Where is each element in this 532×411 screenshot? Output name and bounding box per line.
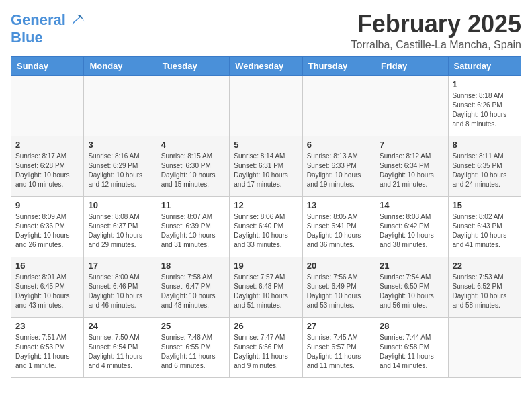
week-row-3: 9Sunrise: 8:09 AM Sunset: 6:36 PM Daylig… [11,196,521,257]
calendar-cell: 6Sunrise: 8:13 AM Sunset: 6:33 PM Daylig… [302,136,375,196]
day-number: 24 [88,321,152,331]
calendar-cell [448,317,521,377]
logo-text-blue: Blue [11,30,86,46]
calendar-cell: 13Sunrise: 8:05 AM Sunset: 6:41 PM Dayli… [302,196,375,257]
day-number: 9 [15,200,79,210]
day-info: Sunrise: 7:58 AM Sunset: 6:47 PM Dayligh… [161,273,225,310]
calendar-table: SundayMondayTuesdayWednesdayThursdayFrid… [11,56,521,378]
calendar-cell: 21Sunrise: 7:54 AM Sunset: 6:50 PM Dayli… [375,257,448,317]
day-info: Sunrise: 8:09 AM Sunset: 6:36 PM Dayligh… [15,212,79,250]
calendar-cell: 17Sunrise: 8:00 AM Sunset: 6:46 PM Dayli… [84,257,157,317]
day-number: 26 [234,321,298,331]
day-number: 12 [234,200,298,210]
calendar-cell: 19Sunrise: 7:57 AM Sunset: 6:48 PM Dayli… [230,257,302,317]
day-info: Sunrise: 8:15 AM Sunset: 6:30 PM Dayligh… [161,152,225,189]
day-info: Sunrise: 8:14 AM Sunset: 6:31 PM Dayligh… [234,152,298,189]
month-title: February 2025 [351,11,521,38]
calendar-cell: 10Sunrise: 8:08 AM Sunset: 6:37 PM Dayli… [84,196,157,257]
day-info: Sunrise: 7:54 AM Sunset: 6:50 PM Dayligh… [380,273,443,310]
day-info: Sunrise: 8:18 AM Sunset: 6:26 PM Dayligh… [453,91,517,129]
day-info: Sunrise: 8:08 AM Sunset: 6:37 PM Dayligh… [88,212,152,250]
day-number: 8 [453,140,517,150]
calendar-cell [157,75,229,136]
day-number: 13 [307,200,371,210]
day-info: Sunrise: 8:02 AM Sunset: 6:43 PM Dayligh… [453,212,517,250]
title-block: February 2025 Torralba, Castille-La Manc… [351,11,521,51]
calendar-cell: 18Sunrise: 7:58 AM Sunset: 6:47 PM Dayli… [157,257,229,317]
day-info: Sunrise: 7:48 AM Sunset: 6:55 PM Dayligh… [161,333,225,371]
logo-text: General [11,12,66,28]
calendar-cell: 26Sunrise: 7:47 AM Sunset: 6:56 PM Dayli… [230,317,302,377]
day-number: 17 [88,261,152,271]
day-info: Sunrise: 8:16 AM Sunset: 6:29 PM Dayligh… [88,152,152,189]
location-title: Torralba, Castille-La Mancha, Spain [351,39,521,51]
weekday-header-sunday: Sunday [11,56,84,75]
weekday-header-thursday: Thursday [302,56,375,75]
header: General Blue February 2025 Torralba, Cas… [11,11,521,51]
calendar-cell: 16Sunrise: 8:01 AM Sunset: 6:45 PM Dayli… [11,257,84,317]
week-row-1: 1Sunrise: 8:18 AM Sunset: 6:26 PM Daylig… [11,75,521,136]
day-info: Sunrise: 7:50 AM Sunset: 6:54 PM Dayligh… [88,333,152,371]
calendar-cell: 3Sunrise: 8:16 AM Sunset: 6:29 PM Daylig… [84,136,157,196]
day-number: 1 [453,79,517,89]
day-number: 28 [380,321,443,331]
day-info: Sunrise: 7:53 AM Sunset: 6:52 PM Dayligh… [453,273,517,310]
calendar-cell: 28Sunrise: 7:44 AM Sunset: 6:58 PM Dayli… [375,317,448,377]
logo: General Blue [11,11,86,46]
week-row-2: 2Sunrise: 8:17 AM Sunset: 6:28 PM Daylig… [11,136,521,196]
calendar-cell: 27Sunrise: 7:45 AM Sunset: 6:57 PM Dayli… [302,317,375,377]
day-info: Sunrise: 8:00 AM Sunset: 6:46 PM Dayligh… [88,273,152,310]
day-number: 5 [234,140,298,150]
weekday-header-row: SundayMondayTuesdayWednesdayThursdayFrid… [11,56,521,75]
day-number: 15 [453,200,517,210]
calendar-cell: 15Sunrise: 8:02 AM Sunset: 6:43 PM Dayli… [448,196,521,257]
calendar-cell [302,75,375,136]
calendar-cell: 23Sunrise: 7:51 AM Sunset: 6:53 PM Dayli… [11,317,84,377]
weekday-header-tuesday: Tuesday [157,56,229,75]
day-number: 4 [161,140,225,150]
day-number: 11 [161,200,225,210]
calendar-cell [375,75,448,136]
day-number: 6 [307,140,371,150]
day-info: Sunrise: 8:03 AM Sunset: 6:42 PM Dayligh… [380,212,443,250]
day-info: Sunrise: 8:11 AM Sunset: 6:35 PM Dayligh… [453,152,517,189]
calendar-cell: 22Sunrise: 7:53 AM Sunset: 6:52 PM Dayli… [448,257,521,317]
day-info: Sunrise: 7:47 AM Sunset: 6:56 PM Dayligh… [234,333,298,371]
day-info: Sunrise: 8:06 AM Sunset: 6:40 PM Dayligh… [234,212,298,250]
calendar-cell: 25Sunrise: 7:48 AM Sunset: 6:55 PM Dayli… [157,317,229,377]
weekday-header-friday: Friday [375,56,448,75]
calendar-cell [84,75,157,136]
calendar-cell: 1Sunrise: 8:18 AM Sunset: 6:26 PM Daylig… [448,75,521,136]
calendar-cell: 14Sunrise: 8:03 AM Sunset: 6:42 PM Dayli… [375,196,448,257]
calendar-cell: 24Sunrise: 7:50 AM Sunset: 6:54 PM Dayli… [84,317,157,377]
day-info: Sunrise: 8:07 AM Sunset: 6:39 PM Dayligh… [161,212,225,250]
day-number: 19 [234,261,298,271]
week-row-5: 23Sunrise: 7:51 AM Sunset: 6:53 PM Dayli… [11,317,521,377]
day-number: 7 [380,140,443,150]
day-info: Sunrise: 8:05 AM Sunset: 6:41 PM Dayligh… [307,212,371,250]
day-number: 21 [380,261,443,271]
day-number: 2 [15,140,79,150]
day-info: Sunrise: 8:12 AM Sunset: 6:34 PM Dayligh… [380,152,443,189]
calendar-cell: 5Sunrise: 8:14 AM Sunset: 6:31 PM Daylig… [230,136,302,196]
day-number: 3 [88,140,152,150]
weekday-header-monday: Monday [84,56,157,75]
day-info: Sunrise: 8:13 AM Sunset: 6:33 PM Dayligh… [307,152,371,189]
day-number: 18 [161,261,225,271]
day-info: Sunrise: 8:17 AM Sunset: 6:28 PM Dayligh… [15,152,79,189]
calendar-cell: 12Sunrise: 8:06 AM Sunset: 6:40 PM Dayli… [230,196,302,257]
day-info: Sunrise: 7:57 AM Sunset: 6:48 PM Dayligh… [234,273,298,310]
weekday-header-wednesday: Wednesday [230,56,302,75]
day-number: 25 [161,321,225,331]
day-number: 10 [88,200,152,210]
calendar-cell: 8Sunrise: 8:11 AM Sunset: 6:35 PM Daylig… [448,136,521,196]
day-info: Sunrise: 8:01 AM Sunset: 6:45 PM Dayligh… [15,273,79,310]
day-number: 27 [307,321,371,331]
day-number: 22 [453,261,517,271]
calendar-cell: 11Sunrise: 8:07 AM Sunset: 6:39 PM Dayli… [157,196,229,257]
day-info: Sunrise: 7:56 AM Sunset: 6:49 PM Dayligh… [307,273,371,310]
calendar-cell [11,75,84,136]
day-info: Sunrise: 7:45 AM Sunset: 6:57 PM Dayligh… [307,333,371,371]
calendar-cell: 2Sunrise: 8:17 AM Sunset: 6:28 PM Daylig… [11,136,84,196]
day-number: 16 [15,261,79,271]
